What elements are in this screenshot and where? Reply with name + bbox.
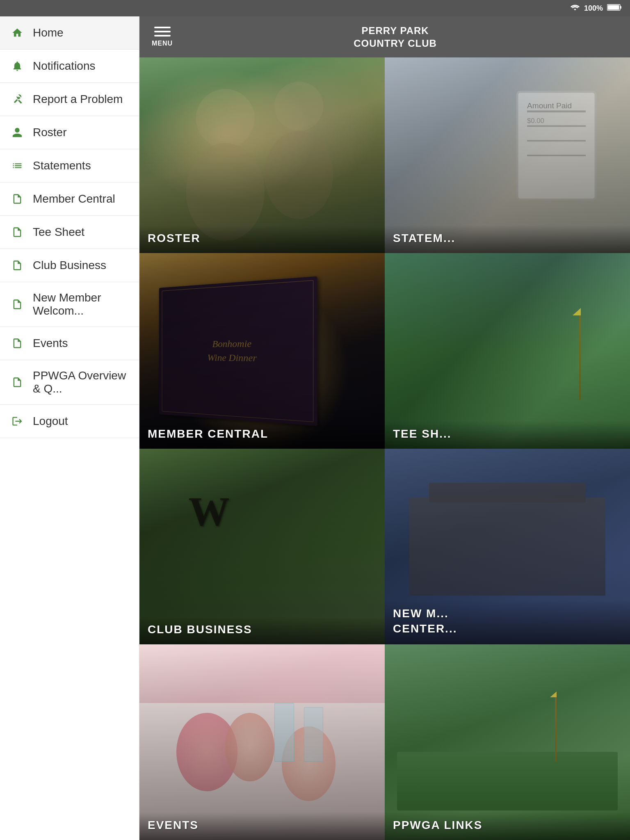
sidebar-item-ppwga[interactable]: PPWGA Overview & Q... bbox=[0, 360, 139, 405]
svg-rect-2 bbox=[620, 6, 621, 9]
tile-club-business-label: CLUB BUSINESS bbox=[148, 623, 252, 636]
sidebar-item-club-business[interactable]: Club Business bbox=[0, 249, 139, 282]
tile-ppwga-label: PPWGA LINKS bbox=[393, 819, 483, 831]
tile-statements[interactable]: Amount Paid $0.00 STATEM... bbox=[385, 57, 630, 253]
sidebar-item-events[interactable]: Events bbox=[0, 327, 139, 360]
doc-tee-sheet-icon bbox=[10, 225, 25, 240]
menu-line-1 bbox=[154, 27, 171, 28]
tile-statements-label-wrap: STATEM... bbox=[385, 225, 630, 253]
tile-club-business[interactable]: W CLUB BUSINESS bbox=[139, 449, 385, 644]
tile-member-central-label-wrap: MEMBER CENTRAL bbox=[139, 421, 385, 449]
sidebar-item-report-problem[interactable]: Report a Problem bbox=[0, 83, 139, 116]
bell-icon bbox=[10, 59, 25, 73]
tile-events-label: EVENTS bbox=[148, 819, 199, 831]
sidebar-label-new-member: New Member Welcom... bbox=[33, 291, 129, 317]
tile-tee-sheet-bg bbox=[385, 253, 630, 449]
menu-button[interactable]: MENU bbox=[152, 27, 173, 47]
sidebar-label-report-problem: Report a Problem bbox=[33, 93, 123, 106]
tile-ppwga[interactable]: PPWGA LINKS bbox=[385, 644, 630, 840]
tile-club-business-label-wrap: CLUB BUSINESS bbox=[139, 616, 385, 644]
sidebar-item-member-central[interactable]: Member Central bbox=[0, 183, 139, 216]
doc-new-member-icon bbox=[10, 297, 25, 312]
list-icon bbox=[10, 158, 25, 173]
tile-roster-label: ROSTER bbox=[148, 232, 201, 244]
tile-new-member-label-wrap: NEW M...CENTER... bbox=[385, 600, 630, 644]
tile-ppwga-label-wrap: PPWGA LINKS bbox=[385, 812, 630, 840]
wrench-icon bbox=[10, 92, 25, 107]
svg-rect-1 bbox=[608, 5, 619, 9]
battery-label: 100% bbox=[584, 4, 603, 13]
logout-icon bbox=[10, 414, 25, 429]
tile-club-business-bg: W bbox=[139, 449, 385, 644]
sidebar-item-roster[interactable]: Roster bbox=[0, 116, 139, 149]
tile-roster[interactable]: ROSTER bbox=[139, 57, 385, 253]
sidebar-label-statements: Statements bbox=[33, 159, 91, 172]
sidebar-label-notifications: Notifications bbox=[33, 59, 96, 73]
sidebar-item-statements[interactable]: Statements bbox=[0, 149, 139, 183]
sidebar-item-home[interactable]: Home bbox=[0, 16, 139, 50]
tile-events-bg bbox=[139, 644, 385, 840]
sidebar-label-ppwga: PPWGA Overview & Q... bbox=[33, 369, 129, 395]
tile-statements-label: STATEM... bbox=[393, 232, 455, 244]
tile-roster-bg bbox=[139, 57, 385, 253]
content-area: MENU PERRY PARK COUNTRY CLUB bbox=[139, 16, 630, 840]
sidebar: Home Notifications Report a Problem Rost… bbox=[0, 16, 139, 840]
app-header: MENU PERRY PARK COUNTRY CLUB bbox=[139, 16, 630, 57]
tile-member-central-label: MEMBER CENTRAL bbox=[148, 427, 268, 440]
status-bar: 100% bbox=[0, 0, 630, 16]
tile-events-label-wrap: EVENTS bbox=[139, 812, 385, 840]
home-icon bbox=[10, 25, 25, 40]
sidebar-label-club-business: Club Business bbox=[33, 259, 106, 272]
wifi-icon bbox=[570, 4, 580, 13]
sidebar-label-home: Home bbox=[33, 26, 64, 39]
tiles-grid: ROSTER Amount Paid $0.00 bbox=[139, 57, 630, 840]
sidebar-label-events: Events bbox=[33, 337, 68, 350]
sidebar-item-new-member[interactable]: New Member Welcom... bbox=[0, 282, 139, 327]
tile-new-member-label: NEW M...CENTER... bbox=[393, 607, 457, 635]
tile-member-central-bg: BonhomieWine Dinner bbox=[139, 253, 385, 449]
doc-club-business-icon bbox=[10, 258, 25, 273]
doc-member-central-icon bbox=[10, 192, 25, 206]
sidebar-label-tee-sheet: Tee Sheet bbox=[33, 226, 84, 239]
doc-ppwga-icon bbox=[10, 375, 25, 390]
sidebar-item-tee-sheet[interactable]: Tee Sheet bbox=[0, 216, 139, 249]
tile-tee-sheet-label-wrap: TEE SH... bbox=[385, 421, 630, 449]
tile-events[interactable]: EVENTS bbox=[139, 644, 385, 840]
app-title: PERRY PARK COUNTRY CLUB bbox=[173, 24, 618, 50]
sidebar-item-logout[interactable]: Logout bbox=[0, 405, 139, 438]
tile-member-central[interactable]: BonhomieWine Dinner MEMBER CENTRAL bbox=[139, 253, 385, 449]
menu-label: MENU bbox=[152, 40, 173, 47]
tile-roster-label-wrap: ROSTER bbox=[139, 225, 385, 253]
sidebar-item-notifications[interactable]: Notifications bbox=[0, 50, 139, 83]
tile-new-member[interactable]: NEW M...CENTER... bbox=[385, 449, 630, 644]
person-icon bbox=[10, 125, 25, 140]
tile-ppwga-bg bbox=[385, 644, 630, 840]
battery-icon bbox=[607, 4, 622, 13]
sidebar-label-roster: Roster bbox=[33, 126, 66, 139]
sidebar-label-logout: Logout bbox=[33, 415, 68, 428]
tile-tee-sheet-label: TEE SH... bbox=[393, 427, 451, 440]
tile-statements-bg: Amount Paid $0.00 bbox=[385, 57, 630, 253]
menu-line-2 bbox=[154, 31, 171, 32]
menu-line-3 bbox=[154, 35, 171, 37]
doc-events-icon bbox=[10, 336, 25, 351]
sidebar-label-member-central: Member Central bbox=[33, 192, 115, 205]
tile-tee-sheet[interactable]: TEE SH... bbox=[385, 253, 630, 449]
